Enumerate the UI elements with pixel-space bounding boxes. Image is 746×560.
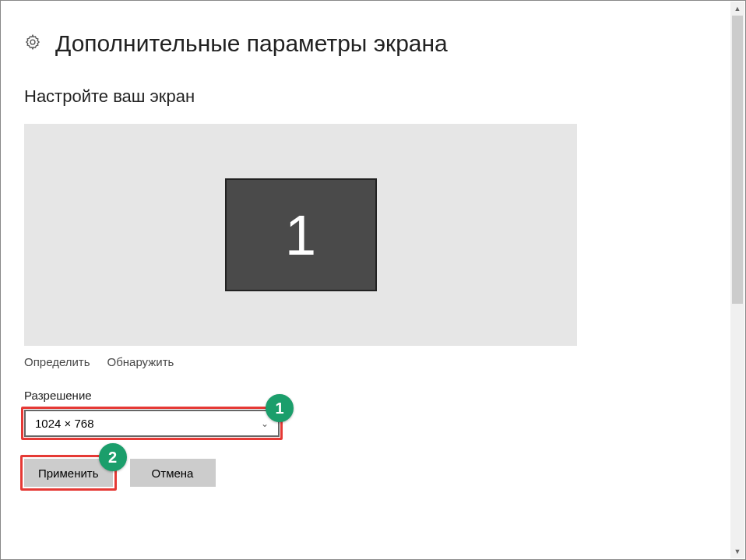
svg-point-0 bbox=[30, 40, 35, 44]
annotation-callout-1: 1 bbox=[266, 394, 294, 422]
monitor-number: 1 bbox=[285, 203, 316, 267]
scroll-thumb[interactable] bbox=[732, 16, 743, 304]
page-title: Дополнительные параметры экрана bbox=[55, 30, 448, 57]
scroll-down-arrow-icon[interactable]: ▼ bbox=[730, 544, 744, 558]
resolution-dropdown[interactable]: 1024 × 768 ⌄ bbox=[24, 410, 280, 437]
vertical-scrollbar[interactable]: ▲ ▼ bbox=[730, 2, 744, 558]
identify-link[interactable]: Определить bbox=[24, 355, 90, 368]
chevron-down-icon: ⌄ bbox=[261, 418, 269, 429]
resolution-label: Разрешение bbox=[24, 389, 722, 402]
display-arrangement-area[interactable]: 1 bbox=[24, 124, 577, 346]
cancel-button[interactable]: Отмена bbox=[130, 459, 216, 487]
detect-link[interactable]: Обнаружить bbox=[107, 355, 174, 368]
monitor-1[interactable]: 1 bbox=[225, 178, 377, 291]
scroll-up-arrow-icon[interactable]: ▲ bbox=[730, 2, 744, 16]
section-title: Настройте ваш экран bbox=[24, 86, 722, 107]
resolution-value: 1024 × 768 bbox=[35, 417, 94, 430]
gear-icon bbox=[24, 33, 41, 54]
apply-button[interactable]: Применить bbox=[24, 459, 113, 487]
annotation-callout-2: 2 bbox=[99, 443, 127, 471]
